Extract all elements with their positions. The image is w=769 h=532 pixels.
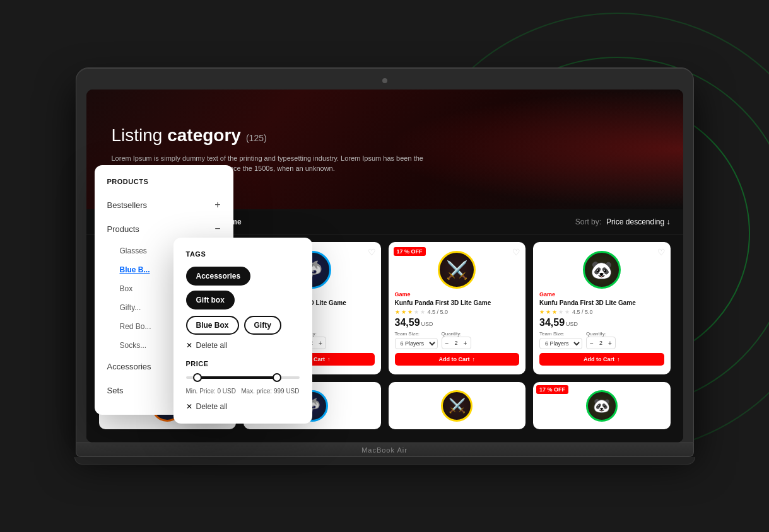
wishlist-button-2[interactable]: ♡ — [368, 247, 376, 257]
delete-all-price-label: Delete all — [196, 402, 228, 411]
sidebar-sub-redbox-label: Red Bo... — [120, 322, 151, 331]
sidebar-item-sets-label: Sets — [107, 386, 124, 395]
qty-plus-4[interactable]: + — [605, 337, 615, 349]
sidebar-sub-gifty-label: Gifty... — [120, 303, 141, 312]
quantity-control-4: − 2 + — [586, 337, 616, 349]
tags-row: Accessories Gift box — [186, 267, 300, 309]
min-price-label: Min. Price: 0 USD — [186, 388, 236, 395]
tags-section-title: TAGS — [186, 250, 300, 258]
tag-accessories[interactable]: Accessories — [186, 267, 251, 286]
qty-minus-3[interactable]: − — [442, 337, 452, 349]
sidebar-sub-box-label: Box — [120, 284, 133, 293]
sidebar-expand-icon-bestsellers: + — [214, 199, 220, 211]
product-name-3: Kunfu Panda First 3D Lite Game — [395, 299, 520, 307]
discount-badge-8: 17 % OFF — [536, 385, 568, 394]
product-options-3: Team Size: 6 Players Quantity: − 2 — [395, 331, 520, 349]
product-name-4: Kunfu Panda First 3D Lite Game — [539, 299, 664, 307]
price-slider-track — [186, 376, 300, 379]
tag-bluebox[interactable]: Blue Box — [186, 316, 239, 335]
sort-value[interactable]: Price descending ↓ — [606, 217, 670, 226]
sidebar-item-products-label: Products — [107, 224, 139, 234]
sidebar-title: PRODUCTS — [95, 178, 233, 193]
product-options-4: Team Size: 6 Players Quantity: − 2 — [539, 331, 664, 349]
product-card-4[interactable]: ♡ 🐼 Game Kunfu Panda First 3D Lite Game … — [533, 242, 671, 374]
wishlist-button-3[interactable]: ♡ — [512, 247, 520, 257]
product-rating-3: 4.5 / 5.0 — [428, 309, 449, 315]
sidebar-item-bestsellers-label: Bestsellers — [107, 200, 148, 210]
sort-area: Sort by: Price descending ↓ — [575, 217, 671, 226]
product-category-4: Game — [539, 291, 664, 298]
price-slider-max-thumb[interactable] — [273, 373, 281, 382]
product-rating-4: 4.5 / 5.0 — [572, 309, 593, 315]
laptop-brand-label: MacBook Air — [361, 446, 408, 454]
hero-title: Listing category(125) — [112, 125, 427, 146]
add-to-cart-button-3[interactable]: Add to Cart ↑ — [395, 353, 520, 366]
delete-all-price-row[interactable]: ✕ Delete all — [186, 402, 300, 411]
price-slider-fill — [197, 376, 277, 379]
qty-minus-4[interactable]: − — [587, 337, 597, 349]
sidebar-sub-socks-label: Socks... — [120, 341, 147, 350]
product-card-3[interactable]: 17 % OFF ♡ ⚔️ Game Kunfu Panda First 3D … — [389, 242, 526, 374]
product-image-8: 🐼 — [586, 390, 618, 422]
tags-row-2: Blue Box Gifty — [186, 316, 300, 335]
product-card-7[interactable]: ⚔️ — [389, 382, 526, 429]
product-stars-4: ★ ★ ★ ★ ★ 4.5 / 5.0 — [539, 309, 664, 315]
hero-count: (125) — [246, 133, 267, 143]
product-image-4: 🐼 — [583, 251, 621, 289]
product-card-8[interactable]: 17 % OFF 🐼 — [533, 382, 671, 429]
team-size-select-4[interactable]: 6 Players — [539, 338, 582, 349]
price-slider-min-thumb[interactable] — [193, 373, 202, 382]
delete-all-icon: ✕ — [186, 341, 192, 350]
discount-badge-3: 17 % OFF — [394, 247, 426, 256]
laptop-base: MacBook Air — [76, 443, 694, 457]
wishlist-button-4[interactable]: ♡ — [657, 247, 666, 257]
sidebar-item-accessories-label: Accessories — [107, 362, 151, 371]
delete-all-tags-row[interactable]: ✕ Delete all — [186, 341, 300, 350]
laptop-foot — [74, 457, 695, 465]
filter-popup: TAGS Accessories Gift box Blue Box Gifty… — [173, 238, 312, 424]
laptop-mockup: Listing category(125) Lorem Ipsum is sim… — [76, 67, 694, 465]
sidebar-item-bestsellers[interactable]: Bestsellers + — [95, 193, 233, 217]
team-size-select-3[interactable]: 6 Players — [395, 338, 438, 349]
hero-title-plain: Listing — [112, 125, 168, 145]
qty-plus-2[interactable]: + — [315, 337, 326, 349]
tag-giftbox[interactable]: Gift box — [186, 291, 235, 309]
qty-plus-3[interactable]: + — [461, 337, 471, 349]
sort-label: Sort by: — [575, 217, 601, 226]
product-price-3: 34,59 USD — [395, 317, 520, 328]
product-stars-3: ★ ★ ★ ★ ★ 4.5 / 5.0 — [395, 309, 520, 315]
max-price-label: Max. price: 999 USD — [241, 388, 299, 395]
sidebar-sub-bluebox-label: Blue B... — [120, 265, 150, 274]
add-to-cart-button-4[interactable]: Add to Cart ↑ — [539, 353, 664, 366]
price-labels: Min. Price: 0 USD Max. price: 999 USD — [186, 388, 300, 395]
product-image-3: ⚔️ — [438, 251, 476, 289]
hero-title-bold: category — [167, 125, 241, 145]
delete-all-label: Delete all — [196, 341, 228, 350]
delete-all-price-icon: ✕ — [186, 402, 192, 411]
laptop-camera — [382, 78, 387, 83]
tag-gifty[interactable]: Gifty — [244, 316, 281, 335]
quantity-control-3: − 2 + — [442, 337, 471, 349]
product-price-4: 34,59 USD — [539, 317, 664, 328]
sidebar-sub-glasses-label: Glasses — [120, 246, 147, 255]
sidebar-collapse-icon-products: − — [214, 223, 220, 234]
product-category-3: Game — [395, 291, 520, 298]
product-image-7: ⚔️ — [441, 390, 473, 422]
price-section-title: PRICE — [186, 360, 300, 367]
